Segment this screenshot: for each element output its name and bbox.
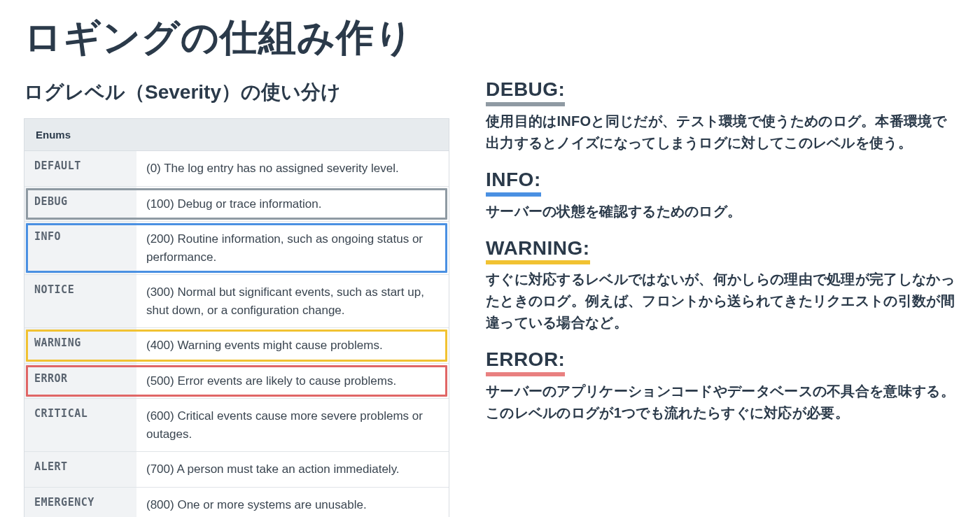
enum-name: DEFAULT: [24, 151, 136, 186]
section: WARNING:すぐに対応するレベルではないが、何かしらの理由で処理が完了しなか…: [486, 238, 956, 334]
section-title: INFO:: [486, 169, 541, 197]
enum-description: (0) The log entry has no assigned severi…: [136, 151, 449, 186]
table-row: NOTICE(300) Normal but significant event…: [24, 275, 449, 328]
section-title: ERROR:: [486, 349, 565, 376]
section: INFO:サーバーの状態を確認するためのログ。: [486, 169, 956, 222]
enum-description: (100) Debug or trace information.: [136, 187, 449, 222]
table-row: DEBUG(100) Debug or trace information.: [24, 187, 449, 222]
enum-name: DEBUG: [24, 187, 136, 222]
section: DEBUG:使用目的はINFOと同じだが、テスト環境で使うためのログ。本番環境で…: [486, 79, 956, 154]
enum-name: NOTICE: [24, 275, 136, 327]
section-body: 使用目的はINFOと同じだが、テスト環境で使うためのログ。本番環境で出力するとノ…: [486, 111, 956, 154]
enum-description: (400) Warning events might cause problem…: [136, 328, 449, 363]
enum-description: (200) Routine information, such as ongoi…: [136, 222, 449, 274]
section: ERROR:サーバーのアプリケーションコードやデータベースの不具合を意味する。 …: [486, 349, 956, 424]
right-column: DEBUG:使用目的はINFOと同じだが、テスト環境で使うためのログ。本番環境で…: [486, 79, 956, 439]
section-title: WARNING:: [486, 238, 590, 265]
enum-name: WARNING: [24, 328, 136, 363]
left-column: ログレベル（Severity）の使い分け Enums DEFAULT(0) Th…: [24, 79, 465, 517]
enum-name: EMERGENCY: [24, 488, 136, 518]
enums-table: Enums DEFAULT(0) The log entry has no as…: [24, 118, 449, 517]
enum-description: (800) One or more systems are unusable.: [136, 488, 449, 518]
table-row: DEFAULT(0) The log entry has no assigned…: [24, 151, 449, 187]
enum-description: (600) Critical events cause more severe …: [136, 399, 449, 451]
table-row: EMERGENCY(800) One or more systems are u…: [24, 488, 449, 518]
table-header: Enums: [24, 119, 449, 151]
section-body: サーバーのアプリケーションコードやデータベースの不具合を意味する。 このレベルの…: [486, 381, 956, 424]
enum-description: (300) Normal but significant events, suc…: [136, 275, 449, 327]
section-body: すぐに対応するレベルではないが、何かしらの理由で処理が完了しなかったときのログ。…: [486, 269, 956, 334]
enum-name: ALERT: [24, 452, 136, 487]
table-row: ERROR(500) Error events are likely to ca…: [24, 364, 449, 399]
section-title: DEBUG:: [486, 79, 565, 106]
section-body: サーバーの状態を確認するためのログ。: [486, 201, 956, 222]
table-row: WARNING(400) Warning events might cause …: [24, 328, 449, 364]
table-row: ALERT(700) A person must take an action …: [24, 452, 449, 488]
columns: ログレベル（Severity）の使い分け Enums DEFAULT(0) Th…: [24, 79, 956, 517]
enum-name: INFO: [24, 222, 136, 274]
enum-name: CRITICAL: [24, 399, 136, 451]
enum-description: (700) A person must take an action immed…: [136, 452, 449, 487]
table-row: INFO(200) Routine information, such as o…: [24, 222, 449, 275]
subhead: ログレベル（Severity）の使い分け: [24, 79, 465, 106]
enum-name: ERROR: [24, 364, 136, 399]
table-row: CRITICAL(600) Critical events cause more…: [24, 399, 449, 452]
page-title: ロギングの仕組み作り: [24, 13, 956, 64]
enum-description: (500) Error events are likely to cause p…: [136, 364, 449, 399]
